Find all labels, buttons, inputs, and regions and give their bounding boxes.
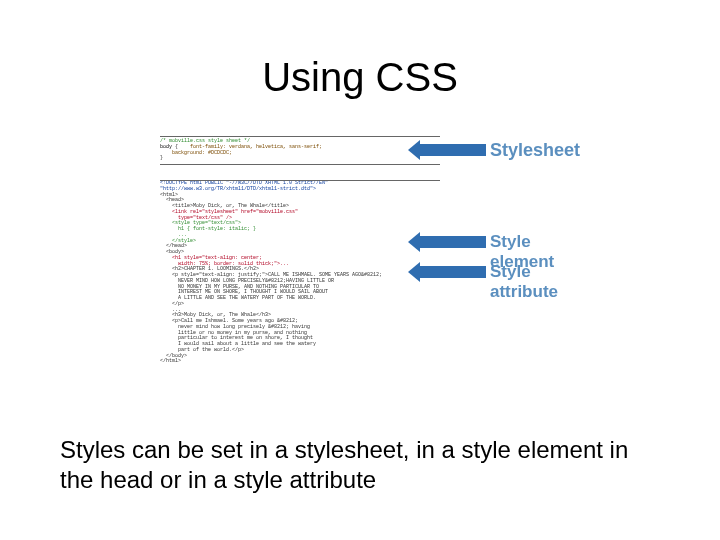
code-line: } [160, 155, 163, 161]
label-stylesheet: Stylesheet [490, 140, 580, 161]
slide-caption: Styles can be set in a stylesheet, in a … [60, 435, 660, 495]
arrow-style-attribute [410, 266, 486, 286]
stylesheet-code: /* mobville.css style sheet */ body { fo… [160, 136, 440, 165]
label-style-attribute: Style attribute [490, 262, 560, 302]
code-line: </html> [160, 358, 181, 364]
code-line: background: #DCDCDC; [160, 150, 232, 156]
html-code: <!DOCTYPE html PUBLIC "-//W3C//DTD XHTML… [160, 180, 440, 365]
code-line: "http://www.w3.org/TR/xhtml1/DTD/xhtml1-… [160, 186, 316, 192]
arrow-style-element [410, 236, 486, 256]
code-figure: /* mobville.css style sheet */ body { fo… [160, 140, 560, 420]
slide: Using CSS /* mobville.css style sheet */… [0, 0, 720, 540]
arrow-stylesheet [410, 144, 486, 164]
slide-title: Using CSS [0, 55, 720, 100]
